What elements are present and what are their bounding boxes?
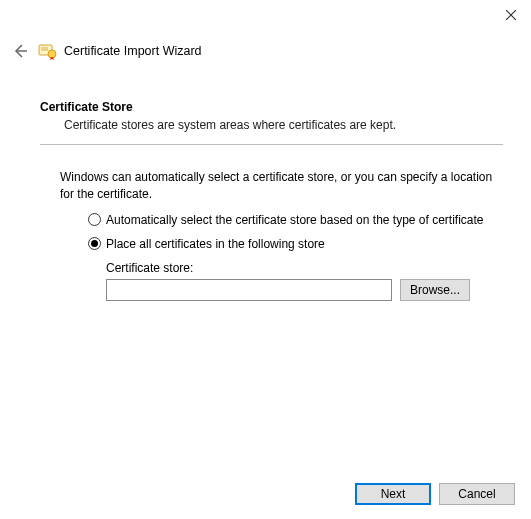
- certificate-wizard-icon: [38, 42, 58, 60]
- radio-place-label: Place all certificates in the following …: [106, 237, 325, 251]
- wizard-footer: Next Cancel: [355, 483, 515, 505]
- certificate-store-input[interactable]: [106, 279, 392, 301]
- radio-icon-checked: [88, 237, 101, 250]
- wizard-content: Certificate Store Certificate stores are…: [40, 100, 503, 461]
- certificate-store-label: Certificate store:: [106, 261, 503, 275]
- wizard-header: Certificate Import Wizard: [0, 24, 531, 70]
- wizard-title: Certificate Import Wizard: [64, 44, 202, 58]
- back-arrow-icon: [12, 43, 28, 59]
- radio-auto-label: Automatically select the certificate sto…: [106, 213, 484, 227]
- cancel-button[interactable]: Cancel: [439, 483, 515, 505]
- close-icon: [506, 10, 516, 20]
- radio-auto-select[interactable]: Automatically select the certificate sto…: [88, 213, 503, 227]
- back-button[interactable]: [8, 39, 32, 63]
- section-heading: Certificate Store: [40, 100, 503, 114]
- radio-place-all[interactable]: Place all certificates in the following …: [88, 237, 503, 251]
- info-text: Windows can automatically select a certi…: [60, 169, 503, 203]
- next-button[interactable]: Next: [355, 483, 431, 505]
- close-button[interactable]: [491, 0, 531, 30]
- store-radio-group: Automatically select the certificate sto…: [88, 213, 503, 251]
- browse-button[interactable]: Browse...: [400, 279, 470, 301]
- radio-icon: [88, 213, 101, 226]
- svg-point-4: [48, 50, 56, 58]
- section-description: Certificate stores are system areas wher…: [64, 118, 503, 132]
- certificate-store-block: Certificate store: Browse...: [106, 261, 503, 301]
- divider: [40, 144, 503, 145]
